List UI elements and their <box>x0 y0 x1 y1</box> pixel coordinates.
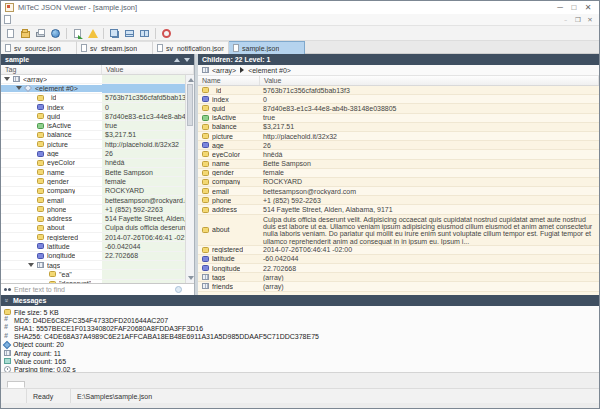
document-tab[interactable]: sv_stream.json <box>77 41 153 54</box>
tree-row[interactable]: balance $3,217.51 <box>1 131 194 140</box>
breadcrumb: <array> <element #0> <box>198 65 599 76</box>
tree-scrollbar[interactable] <box>185 75 194 283</box>
type-icon <box>13 76 20 82</box>
tree-row[interactable]: _id 5763b71c356cfafd5bab13f3 <box>1 94 194 103</box>
detail-row[interactable]: friends (array) <box>198 282 599 291</box>
detail-row[interactable]: about Culpa duis officia deserunt velit.… <box>198 215 599 246</box>
mdi-restore-icon[interactable] <box>572 14 584 25</box>
scroll-up-icon[interactable] <box>188 78 194 82</box>
search-input[interactable]: Enter text to find <box>14 286 175 293</box>
detail-row[interactable]: registered 2014-07-26T06:46:41 -02:00 <box>198 246 599 255</box>
tree-row-tag: "deserunt" <box>1 280 102 283</box>
cascade-windows-button[interactable] <box>108 27 121 40</box>
tree-row[interactable]: email bettesampson@rockyard.com <box>1 196 194 205</box>
detail-row[interactable]: name Bette Sampson <box>198 160 599 169</box>
collapse-all-icon[interactable] <box>174 58 180 62</box>
search-bar[interactable]: Enter text to find <box>1 283 194 295</box>
main-area: sample Tag Value <array> <element #0> <box>1 54 599 295</box>
detail-row[interactable]: _id 5763b71c356cfafd5bab13f3 <box>198 86 599 95</box>
tree-row[interactable]: longitude 22.702668 <box>1 252 194 261</box>
chevron-down-icon[interactable] <box>16 86 22 90</box>
detail-row[interactable]: tags (array) <box>198 273 599 282</box>
column-header-value[interactable]: Value <box>260 76 599 85</box>
column-header-tag[interactable]: Tag <box>1 65 102 74</box>
tile-vertical-button[interactable] <box>138 27 151 40</box>
detail-row[interactable]: latitude -60.042044 <box>198 255 599 264</box>
tree-row[interactable]: "deserunt" <box>1 280 194 283</box>
collapse-panel-icon[interactable] <box>3 299 10 303</box>
detail-row[interactable]: guid 87d40e83-e1c3-44e8-ab4b-38148e03880… <box>198 104 599 113</box>
search-clear-icon[interactable] <box>175 286 182 293</box>
detail-row-value: +1 (852) 592-2263 <box>260 196 599 204</box>
tree-row[interactable]: index 0 <box>1 103 194 112</box>
tree-row[interactable]: tags <box>1 261 194 270</box>
detail-row-name: address <box>198 205 260 213</box>
detail-row-name: _id <box>198 86 260 94</box>
detail-row[interactable]: email bettesampson@rockyard.com <box>198 187 599 196</box>
detail-row-label: picture <box>212 133 233 140</box>
detail-row[interactable]: longitude 22.702668 <box>198 264 599 273</box>
tree-row[interactable]: phone +1 (852) 592-2263 <box>1 205 194 214</box>
detail-row[interactable]: address 514 Fayette Street, Alden, Alaba… <box>198 205 599 214</box>
scroll-down-icon[interactable] <box>188 276 194 280</box>
scrollbar-thumb[interactable] <box>187 84 193 126</box>
tree-row[interactable]: about Culpa duis officia deserunt vel... <box>1 224 194 233</box>
detail-row-name: phone <box>198 196 260 204</box>
document-tab[interactable]: sv_source.json <box>1 41 77 54</box>
print-button[interactable] <box>34 27 47 40</box>
tree-row[interactable]: <element #0> <box>1 84 194 93</box>
expand-all-icon[interactable] <box>184 58 190 62</box>
chevron-down-icon[interactable] <box>28 263 34 267</box>
chevron-down-icon[interactable] <box>4 77 10 81</box>
detail-row[interactable]: eyeColor hnědá <box>198 150 599 159</box>
mdi-minimize-icon[interactable]: ﹣ <box>560 14 572 25</box>
detail-row[interactable]: isActive true <box>198 114 599 123</box>
tree-row[interactable]: name Bette Sampson <box>1 168 194 177</box>
tree-row[interactable]: "ea" <box>1 270 194 279</box>
minimize-icon[interactable] <box>553 2 567 14</box>
tree-row[interactable]: picture http://placehold.it/32x32 <box>1 140 194 149</box>
column-header-value[interactable]: Value <box>102 65 194 74</box>
column-header-name[interactable]: Name <box>198 76 260 85</box>
tree-row-value: 514 Fayette Street, Alden, Ala... <box>102 214 194 222</box>
breadcrumb-current[interactable]: <element #0> <box>248 67 291 74</box>
exit-button[interactable] <box>160 27 173 40</box>
type-icon <box>37 169 44 175</box>
document-tab[interactable]: sv_notification.json <box>153 41 229 54</box>
close-icon[interactable] <box>581 2 595 14</box>
tree-row[interactable]: age 26 <box>1 149 194 158</box>
breadcrumb-root[interactable]: <array> <box>212 67 236 74</box>
detail-row[interactable]: phone +1 (852) 592-2263 <box>198 196 599 205</box>
detail-row[interactable]: balance $3,217.51 <box>198 123 599 132</box>
tree-row-label: longitude <box>47 252 75 259</box>
message-icon <box>4 325 11 331</box>
type-icon <box>202 96 209 102</box>
detail-row[interactable]: age 26 <box>198 141 599 150</box>
tree-row[interactable]: gender female <box>1 177 194 186</box>
tree-row[interactable]: latitude -60.042044 <box>1 242 194 251</box>
tree-row[interactable]: <array> <box>1 75 194 84</box>
document-tab[interactable]: sample.json <box>229 41 305 54</box>
validate-button[interactable] <box>86 27 99 40</box>
tree-row[interactable]: company ROCKYARD <box>1 187 194 196</box>
detail-panel: Children: 22 Level: 1 <array> <element #… <box>198 54 599 295</box>
mdi-close-icon[interactable]: ✕ <box>584 14 596 25</box>
tree-row[interactable]: isActive true <box>1 121 194 130</box>
type-icon <box>37 262 44 268</box>
tree-row[interactable]: eyeColor hnědá <box>1 159 194 168</box>
detail-row[interactable]: index 0 <box>198 95 599 104</box>
detail-row[interactable]: gender female <box>198 169 599 178</box>
detail-row[interactable]: company ROCKYARD <box>198 178 599 187</box>
maximize-icon[interactable] <box>567 2 581 14</box>
tree-row[interactable]: registered 2014-07-26T06:46:41 -02:00 <box>1 233 194 242</box>
tile-horizontal-button[interactable] <box>123 27 136 40</box>
web-button[interactable] <box>49 27 62 40</box>
tree-row[interactable]: guid 87d40e83-e1c3-44e8-ab4b-38... <box>1 112 194 121</box>
view-tab[interactable] <box>7 381 25 388</box>
tree-row[interactable]: address 514 Fayette Street, Alden, Ala..… <box>1 214 194 223</box>
messages-header[interactable]: Messages <box>1 295 599 306</box>
open-file-button[interactable] <box>19 27 32 40</box>
detail-row[interactable]: picture http://placehold.it/32x32 <box>198 132 599 141</box>
export-button[interactable] <box>71 27 84 40</box>
new-file-button[interactable] <box>4 27 17 40</box>
